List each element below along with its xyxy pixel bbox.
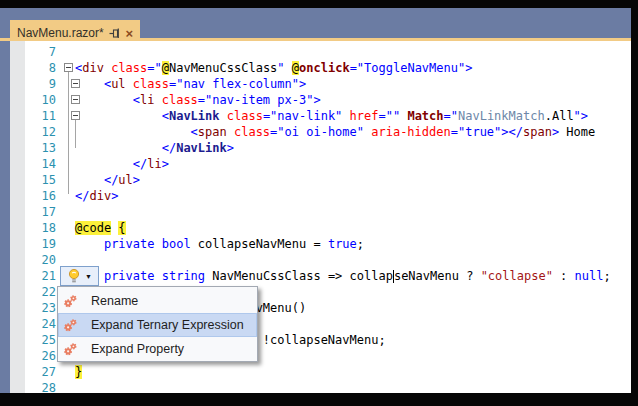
- code-line[interactable]: 21 private string NavMenuCssClass => col…: [10, 268, 631, 284]
- line-number: 22: [10, 284, 56, 300]
- code-text: </NavLink>: [75, 140, 234, 156]
- refactoring-gear-icon: [63, 294, 79, 309]
- code-token: li: [140, 93, 154, 107]
- line-number: 10: [10, 92, 56, 108]
- code-token: >: [313, 93, 320, 107]
- line-number: 17: [10, 204, 56, 220]
- code-token: @code: [75, 221, 111, 235]
- code-line[interactable]: 27}: [10, 364, 631, 380]
- tab-bar: NavMenu.razor* ×: [0, 8, 631, 38]
- code-editor[interactable]: 78<div class="@NavMenuCssClass" @onclick…: [10, 41, 631, 393]
- code-token: private: [104, 237, 155, 251]
- lightbulb-icon: [67, 268, 81, 284]
- code-token: >: [581, 109, 588, 123]
- code-token: [227, 125, 234, 139]
- code-line[interactable]: 19 private bool collapseNavMenu = true;: [10, 236, 631, 252]
- code-token: >: [299, 77, 306, 91]
- code-token: ="nav-item px-3": [198, 93, 314, 107]
- vs-window: NavMenu.razor* × 78<div class="@NavMenuC…: [0, 0, 638, 406]
- code-token: [75, 157, 133, 171]
- code-token: class: [111, 61, 147, 75]
- code-token: ></: [501, 125, 523, 139]
- code-line[interactable]: 20: [10, 252, 631, 268]
- code-line[interactable]: 9 <ul class="nav flex-column">: [10, 76, 631, 92]
- code-token: [154, 237, 161, 251]
- code-token: "collapse": [481, 269, 553, 283]
- code-token: </: [104, 173, 118, 187]
- code-token: ="true": [451, 125, 502, 139]
- code-token: ="nav-link": [263, 109, 342, 123]
- code-line[interactable]: 17: [10, 204, 631, 220]
- code-token: class: [227, 109, 263, 123]
- line-number: 23: [10, 300, 56, 316]
- code-token: </: [75, 189, 89, 203]
- menu-item-label: Rename: [91, 294, 138, 308]
- code-line[interactable]: 14 </li>: [10, 156, 631, 172]
- code-line[interactable]: 7: [10, 44, 631, 60]
- fold-guide: [68, 72, 69, 194]
- menu-item-rename[interactable]: Rename: [58, 289, 257, 313]
- code-text: <div class="@NavMenuCssClass" @onclick="…: [75, 60, 472, 76]
- code-line[interactable]: 18@code {: [10, 220, 631, 236]
- code-line[interactable]: 16</div>: [10, 188, 631, 204]
- code-line[interactable]: 13 </NavLink>: [10, 140, 631, 156]
- chevron-down-icon[interactable]: ▼: [85, 273, 92, 280]
- menu-item-expand-property[interactable]: Expand Property: [58, 337, 257, 361]
- code-token: @: [162, 61, 169, 75]
- code-token: null: [575, 269, 604, 283]
- line-number: 28: [10, 380, 56, 393]
- line-number: 9: [10, 76, 56, 92]
- lightbulb-button[interactable]: ▼: [60, 266, 99, 286]
- fold-toggle[interactable]: [64, 63, 73, 72]
- code-token: div: [89, 189, 111, 203]
- menu-item-label: Expand Property: [91, 342, 184, 356]
- code-token: [75, 173, 104, 187]
- code-line[interactable]: 15 </ul>: [10, 172, 631, 188]
- code-text: </li>: [75, 156, 169, 172]
- menu-item-expand-ternary-expression[interactable]: Expand Ternary Expression: [58, 313, 257, 337]
- code-token: [75, 125, 191, 139]
- code-token: ": [574, 109, 581, 123]
- code-token: ="oi oi-home": [270, 125, 364, 139]
- code-line[interactable]: 28: [10, 380, 631, 393]
- code-line[interactable]: 12 <span class="oi oi-home" aria-hidden=…: [10, 124, 631, 140]
- code-token: >: [465, 61, 472, 75]
- fold-toggle[interactable]: [71, 79, 80, 88]
- code-token: ="ToggleNavMenu": [350, 61, 466, 75]
- quick-actions-menu: RenameExpand Ternary ExpressionExpand Pr…: [57, 286, 258, 362]
- code-token: .All: [545, 109, 574, 123]
- code-token: seNavMenu ?: [394, 269, 481, 283]
- code-line[interactable]: 8<div class="@NavMenuCssClass" @onclick=…: [10, 60, 631, 76]
- code-token: NavLink: [176, 141, 227, 155]
- code-token: >: [227, 141, 234, 155]
- window-left-edge: [0, 41, 10, 393]
- code-token: =": [444, 109, 458, 123]
- line-number: 8: [10, 60, 56, 76]
- code-token: @: [292, 61, 299, 75]
- code-token: ul: [118, 173, 132, 187]
- line-number: 25: [10, 332, 56, 348]
- fold-toggle[interactable]: [71, 95, 80, 104]
- code-text: </div>: [75, 188, 118, 204]
- code-token: [126, 77, 133, 91]
- window-bottom-edge: [0, 393, 638, 406]
- code-token: [75, 109, 162, 123]
- code-token: span: [523, 125, 552, 139]
- code-token: ="nav flex-column": [169, 77, 299, 91]
- line-number: 16: [10, 188, 56, 204]
- code-token: </: [133, 157, 147, 171]
- pin-icon[interactable]: [109, 28, 120, 39]
- line-number: 13: [10, 140, 56, 156]
- code-text: </ul>: [75, 172, 140, 188]
- code-token: <: [133, 93, 140, 107]
- code-token: >: [111, 189, 118, 203]
- line-number: 21: [10, 268, 56, 284]
- code-token: class: [133, 77, 169, 91]
- code-line[interactable]: 10 <li class="nav-item px-3">: [10, 92, 631, 108]
- code-line[interactable]: 11 <NavLink class="nav-link" href="" Mat…: [10, 108, 631, 124]
- code-token: ": [277, 61, 284, 75]
- code-token: ="": [379, 109, 401, 123]
- code-token: li: [147, 157, 161, 171]
- code-token: [154, 269, 161, 283]
- fold-toggle[interactable]: [71, 111, 80, 120]
